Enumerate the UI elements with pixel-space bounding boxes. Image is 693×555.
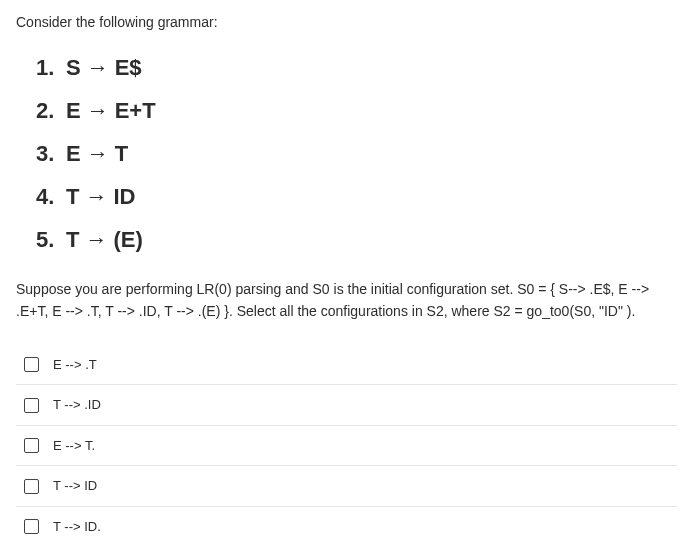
option-label: E --> .T — [53, 355, 97, 375]
option-row[interactable]: T --> ID — [16, 466, 677, 507]
grammar-rule: 5. T → (E) — [36, 223, 677, 256]
checkbox[interactable] — [24, 519, 39, 534]
grammar-rule: 4. T → ID — [36, 180, 677, 213]
rule-number: 1. — [36, 51, 66, 84]
arrow-icon: → — [87, 137, 109, 170]
grammar-rule: 3. E → T — [36, 137, 677, 170]
rule-number: 4. — [36, 180, 66, 213]
intro-text: Consider the following grammar: — [16, 12, 677, 33]
arrow-icon: → — [85, 180, 107, 213]
option-label: E --> T. — [53, 436, 95, 456]
option-label: T --> ID — [53, 476, 97, 496]
rule-lhs: E — [66, 137, 81, 170]
checkbox[interactable] — [24, 357, 39, 372]
options-list: E --> .T T --> .ID E --> T. T --> ID T -… — [16, 345, 677, 547]
rule-lhs: S — [66, 51, 81, 84]
rule-rhs: T — [115, 137, 128, 170]
rule-lhs: T — [66, 223, 79, 256]
checkbox[interactable] — [24, 398, 39, 413]
rule-number: 3. — [36, 137, 66, 170]
rule-lhs: T — [66, 180, 79, 213]
rule-rhs: E$ — [115, 51, 142, 84]
arrow-icon: → — [87, 51, 109, 84]
rule-rhs: (E) — [113, 223, 142, 256]
option-row[interactable]: T --> .ID — [16, 385, 677, 426]
option-label: T --> ID. — [53, 517, 101, 537]
rule-rhs: E+T — [115, 94, 156, 127]
checkbox[interactable] — [24, 438, 39, 453]
arrow-icon: → — [85, 223, 107, 256]
arrow-icon: → — [87, 94, 109, 127]
rule-rhs: ID — [113, 180, 135, 213]
rule-number: 2. — [36, 94, 66, 127]
option-row[interactable]: E --> .T — [16, 345, 677, 386]
checkbox[interactable] — [24, 479, 39, 494]
grammar-rule: 1. S → E$ — [36, 51, 677, 84]
option-row[interactable]: E --> T. — [16, 426, 677, 467]
question-text: Suppose you are performing LR(0) parsing… — [16, 278, 677, 323]
rule-number: 5. — [36, 223, 66, 256]
rule-lhs: E — [66, 94, 81, 127]
option-label: T --> .ID — [53, 395, 101, 415]
grammar-rule: 2. E → E+T — [36, 94, 677, 127]
option-row[interactable]: T --> ID. — [16, 507, 677, 547]
grammar-list: 1. S → E$ 2. E → E+T 3. E → T 4. T → ID … — [36, 51, 677, 256]
